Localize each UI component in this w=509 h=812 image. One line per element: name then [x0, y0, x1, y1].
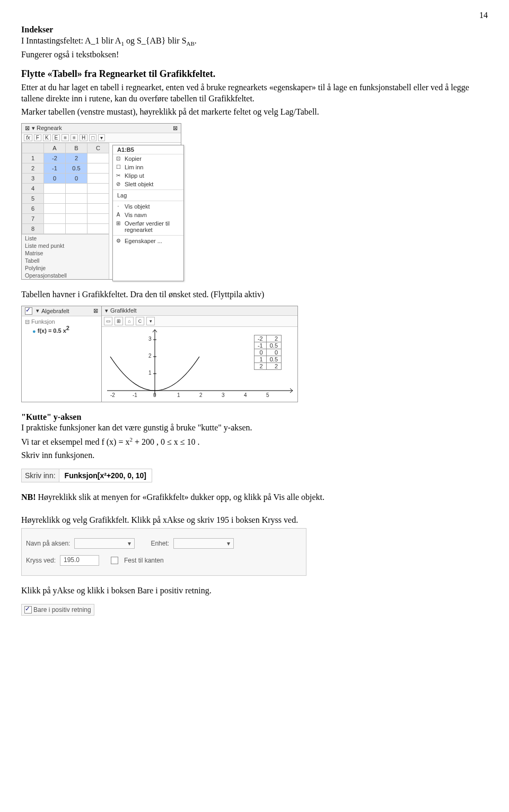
- flytte-p1: Etter at du har laget en tabell i regnea…: [21, 82, 488, 105]
- flytte-heading: Flytte «Tabell» fra Regnearket til Grafi…: [21, 68, 488, 80]
- row-header[interactable]: 1: [22, 153, 44, 163]
- indekser-mid: og S_{AB} blir S: [124, 36, 187, 45]
- posretn-checkbox[interactable]: [24, 606, 32, 614]
- tb-icon[interactable]: ▭: [104, 317, 112, 325]
- ctx-lag[interactable]: Lag: [113, 191, 183, 200]
- positive-direction-option[interactable]: Bare i positiv retning: [21, 604, 94, 616]
- row-header[interactable]: 4: [22, 183, 44, 193]
- kutte-p2: Vi tar et eksempel med f (x) = x2 + 200 …: [21, 436, 488, 448]
- kutte-p2-mid: + 200 , 0 ≤ x ≤ 10 .: [133, 438, 200, 447]
- ctx-copy[interactable]: ⊡Kopier: [113, 154, 183, 163]
- indekser-line1-pre: I Inntastingsfeltet: A_1 blir A: [21, 36, 121, 45]
- tb-icon[interactable]: ⌂: [125, 317, 134, 325]
- tb-icon[interactable]: ⊞: [115, 317, 123, 325]
- ot-cell: 2: [266, 362, 281, 369]
- tb-btn[interactable]: F: [34, 134, 41, 141]
- graph-toolbar: ▭ ⊞ ⌂ C ▾: [102, 316, 297, 327]
- cell[interactable]: [87, 173, 109, 183]
- howto-line: Høyreklikk og velg Grafikkfelt. Klikk på…: [21, 515, 488, 526]
- fest-checkbox[interactable]: [111, 557, 118, 564]
- tb-btn[interactable]: E: [52, 134, 60, 141]
- kryss-input[interactable]: 195.0: [60, 555, 99, 566]
- dropdown-icon[interactable]: ▾: [146, 317, 155, 325]
- tb-btn[interactable]: ≡: [62, 134, 69, 141]
- ctx-egenskaper[interactable]: ⚙Egenskaper ...: [113, 237, 183, 245]
- leftmenu-item[interactable]: Liste med punkt: [22, 242, 109, 249]
- col-header-c[interactable]: C: [87, 143, 109, 153]
- checkbox-icon[interactable]: [25, 307, 32, 315]
- cell[interactable]: [66, 213, 87, 223]
- cell[interactable]: [66, 193, 87, 203]
- close-icon-2[interactable]: ⊠: [173, 125, 178, 132]
- row-header[interactable]: 7: [22, 213, 44, 223]
- ot-cell: 1: [254, 356, 266, 362]
- tb-icon[interactable]: C: [136, 317, 144, 325]
- leftmenu-item[interactable]: Operasjonstabell: [22, 272, 109, 279]
- row-header[interactable]: 3: [22, 173, 44, 183]
- ctx-vis-navn[interactable]: AVis navn: [113, 211, 183, 219]
- algebra-title: Algebrafelt: [41, 308, 69, 314]
- cell[interactable]: [44, 193, 66, 203]
- cell[interactable]: [87, 193, 109, 203]
- cell[interactable]: [44, 223, 66, 234]
- ctx-paste[interactable]: ☐Lim inn: [113, 163, 183, 171]
- cell[interactable]: 2: [66, 153, 87, 163]
- cell[interactable]: [87, 153, 109, 163]
- cell[interactable]: [44, 183, 66, 193]
- dropdown-icon[interactable]: ▾: [98, 134, 105, 141]
- leftmenu-item[interactable]: Matrise: [22, 249, 109, 257]
- cell[interactable]: [87, 223, 109, 234]
- cut-icon: ✂: [115, 172, 121, 178]
- fx-label: fx: [24, 134, 32, 141]
- cell[interactable]: [87, 183, 109, 193]
- graph-panel: ▾ Grafikkfelt ▭ ⊞ ⌂ C ▾ -2 -1 0 1: [102, 306, 297, 402]
- cell[interactable]: [44, 203, 66, 213]
- overlay-table[interactable]: -22 -10.5 00 10.5 22: [254, 335, 282, 370]
- leftmenu-item[interactable]: Liste: [22, 235, 109, 242]
- enhet-dropdown[interactable]: ▾: [173, 538, 234, 549]
- cell[interactable]: -1: [44, 163, 66, 173]
- cell[interactable]: 0: [66, 173, 87, 183]
- posretn-label: Bare i positiv retning: [33, 606, 91, 614]
- svg-text:-1: -1: [133, 392, 137, 398]
- cell[interactable]: [66, 223, 87, 234]
- close-icon[interactable]: ⊠: [25, 125, 30, 132]
- row-header[interactable]: 2: [22, 163, 44, 173]
- tb-btn[interactable]: ≡: [71, 134, 78, 141]
- row-header[interactable]: 5: [22, 193, 44, 203]
- cell[interactable]: 0: [44, 173, 66, 183]
- leftmenu-item[interactable]: Polylinje: [22, 264, 109, 272]
- cell[interactable]: [66, 183, 87, 193]
- row-header[interactable]: 8: [22, 223, 44, 234]
- col-header-a[interactable]: A: [44, 143, 66, 153]
- cell[interactable]: [87, 213, 109, 223]
- tb-btn[interactable]: □: [89, 134, 96, 141]
- cell[interactable]: [87, 163, 109, 173]
- indekser-sub2: AB: [187, 40, 195, 47]
- tb-btn[interactable]: H: [80, 134, 87, 141]
- ctx-delete[interactable]: ⊘Slett objekt: [113, 180, 183, 188]
- cell[interactable]: -2: [44, 153, 66, 163]
- skrivinn-value[interactable]: Funksjon[x²+200, 0, 10]: [59, 469, 152, 482]
- leftmenu-item[interactable]: Tabell: [22, 257, 109, 264]
- navn-dropdown[interactable]: ▾: [74, 538, 135, 549]
- indekser-heading: Indekser: [21, 24, 488, 36]
- row-header[interactable]: 6: [22, 203, 44, 213]
- close-icon[interactable]: ⊠: [93, 307, 98, 314]
- cell[interactable]: [87, 203, 109, 213]
- ctx-overfor[interactable]: ⊞Overfør verdier til regnearket: [113, 219, 183, 234]
- svg-text:3: 3: [222, 392, 225, 398]
- tb-btn[interactable]: K: [43, 134, 51, 141]
- nb-rest: Høyreklikk slik at menyen for «Grafikkfe…: [36, 493, 324, 502]
- ctx-vis-objekt[interactable]: ·Vis objekt: [113, 202, 183, 211]
- input-bar[interactable]: Skriv inn:Funksjon[x²+200, 0, 10]: [21, 469, 152, 482]
- cell[interactable]: 0.5: [66, 163, 87, 173]
- indekser-line2: Fungerer også i tekstboksen!: [21, 49, 488, 61]
- ot-cell: 2: [266, 335, 281, 342]
- cell[interactable]: [44, 213, 66, 223]
- spreadsheet-grid[interactable]: ABC 1-22 2-10.5 300 4 5 6 7 8: [22, 143, 109, 234]
- ctx-cut[interactable]: ✂Klipp ut: [113, 171, 183, 180]
- cell[interactable]: [66, 203, 87, 213]
- col-header-b[interactable]: B: [66, 143, 87, 153]
- kutte-p1: I praktiske funksjoner kan det være guns…: [21, 422, 488, 434]
